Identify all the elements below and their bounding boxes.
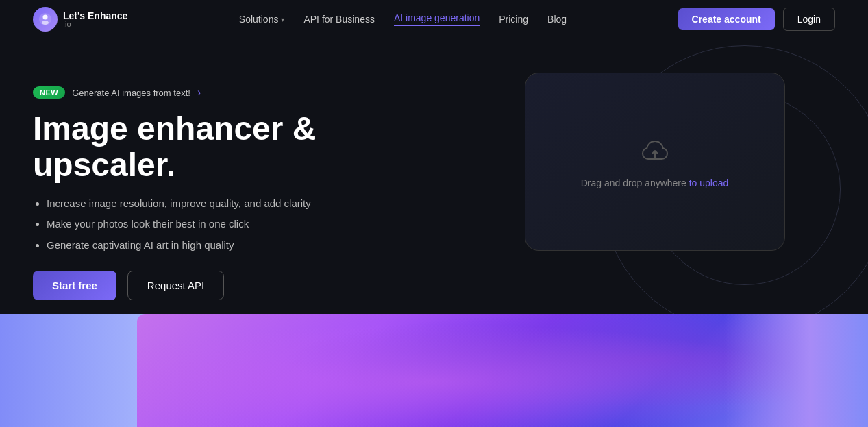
nav-link-blog[interactable]: Blog — [547, 14, 567, 25]
navbar: Let's Enhance .io Solutions ▾ API for Bu… — [0, 0, 868, 38]
badge-description: Generate AI images from text! — [72, 88, 190, 98]
hero-bullets: Increase image resolution, improve quali… — [33, 196, 474, 254]
upload-link[interactable]: to upload — [689, 178, 729, 188]
bottom-left-gradient — [0, 314, 151, 427]
new-badge: NEW — [33, 86, 65, 99]
upload-cloud-icon — [638, 136, 671, 168]
logo[interactable]: Let's Enhance .io — [33, 7, 127, 32]
request-api-button[interactable]: Request API — [127, 271, 224, 300]
bullet-1: Increase image resolution, improve quali… — [47, 196, 474, 212]
svg-point-1 — [43, 15, 48, 20]
chevron-down-icon: ▾ — [281, 16, 284, 23]
logo-text: Let's Enhance .io — [63, 11, 127, 28]
nav-link-ai-image-generation[interactable]: AI image generation — [394, 12, 480, 26]
bullet-2: Make your photos look their best in one … — [47, 217, 474, 232]
nav-link-api-for-business[interactable]: API for Business — [303, 14, 375, 25]
create-account-button[interactable]: Create account — [678, 8, 775, 30]
nav-links: Solutions ▾ API for Business AI image ge… — [239, 12, 567, 26]
hero-section: NEW Generate AI images from text! › Imag… — [0, 38, 868, 427]
hero-buttons: Start free Request API — [33, 271, 474, 300]
nav-link-pricing[interactable]: Pricing — [499, 14, 528, 25]
nav-actions: Create account Login — [678, 8, 835, 31]
logo-icon — [33, 7, 58, 32]
start-free-button[interactable]: Start free — [33, 271, 116, 300]
hero-title: Image enhancer & upscaler. — [33, 111, 417, 184]
login-button[interactable]: Login — [783, 8, 835, 31]
bullet-3: Generate captivating AI art in high qual… — [47, 238, 474, 254]
badge-arrow-icon: › — [197, 86, 201, 99]
svg-point-2 — [42, 21, 49, 25]
upload-instructions: Drag and drop anywhere to upload — [581, 178, 729, 188]
upload-dropzone[interactable]: Drag and drop anywhere to upload — [525, 73, 785, 251]
badge-row: NEW Generate AI images from text! › — [33, 86, 474, 99]
bottom-right-gradient — [724, 314, 868, 427]
nav-link-solutions[interactable]: Solutions ▾ — [239, 14, 285, 25]
